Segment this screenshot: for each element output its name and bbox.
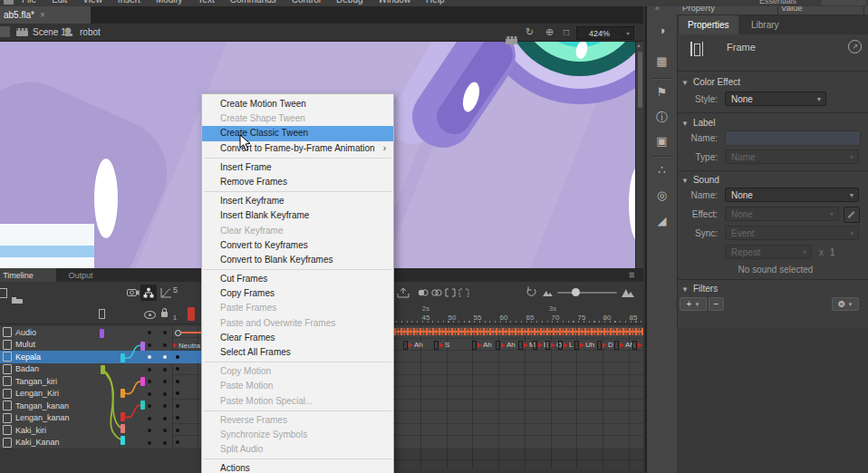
transform-panel-icon[interactable]: ▣ [647,134,677,148]
menu-file[interactable]: File [22,0,36,5]
menu-edit[interactable]: Edit [52,0,67,5]
close-icon[interactable]: × [40,10,45,20]
export-frames-icon[interactable] [397,287,410,298]
zoom-level-dropdown[interactable]: 424% ▾ [576,26,634,40]
frames-area[interactable]: Ah S Ah Ah M E O L Uh D Ah S [394,326,643,469]
menu-text[interactable]: Text [198,0,214,5]
breadcrumb-symbol[interactable]: robot [80,27,101,37]
menu-item-copy-motion: Copy Motion [202,364,393,379]
section-sound[interactable]: ▼Sound [681,175,719,185]
breadcrumb-scene[interactable]: Scene 1 [33,27,66,37]
edit-sound-envelope-button [844,207,860,223]
layer-row-audio[interactable]: Audio [0,326,172,340]
menu-item-insert-keyframe[interactable]: Insert Keyframe [202,194,393,208]
scroll-up-icon[interactable]: ▴ [637,42,641,49]
menu-commands[interactable]: Commands [230,0,276,5]
menu-control[interactable]: Control [292,0,321,5]
eye-icon[interactable] [144,311,156,319]
zoom-out-frames-icon[interactable] [543,289,553,296]
back-button[interactable] [0,26,10,37]
menu-item-convert-frame-by-frame[interactable]: Convert to Frame-by-Frame Animation› [202,141,393,156]
menu-item-convert-to-blank-keyframes[interactable]: Convert to Blank Keyframes [202,253,393,267]
style-dropdown[interactable]: None▼ [725,92,826,106]
color-panel-icon[interactable]: ◑ [647,24,677,37]
sound-name-dropdown[interactable]: None▼ [725,188,859,202]
camera-icon[interactable] [127,288,140,297]
chevron-down-icon: ▼ [694,302,699,307]
history-panel-icon[interactable]: ∴ [647,163,677,177]
menu-item-create-motion-tween[interactable]: Create Motion Tween [202,97,393,111]
document-tab[interactable]: ab5.fla* × [0,6,91,24]
center-stage-icon[interactable]: ⊕ [545,26,554,38]
tab-properties[interactable]: Properties [679,14,738,34]
modify-markers-icon[interactable] [458,288,469,297]
dock-separator [651,156,673,157]
layer-row-tangan-kanan[interactable]: Tangan_kanan [0,400,172,413]
frames-sliver[interactable]: Neutral [172,326,201,449]
zoom-in-frames-icon[interactable] [622,287,634,297]
onion-skin-outlines-icon[interactable] [431,288,442,297]
stage-outline-icon[interactable]: □ [564,27,569,37]
new-layer-icon[interactable] [0,288,7,298]
menu-item-insert-frame[interactable]: Insert Frame [202,160,393,175]
tab-output[interactable]: Output [58,268,103,282]
playhead[interactable] [188,307,195,321]
frame-size-slider-knob[interactable] [572,288,580,296]
add-filter-button[interactable]: + ▼ [680,297,707,311]
menu-item-clear-frames[interactable]: Clear Frames [202,331,393,345]
layer-row-badan[interactable]: Badan [0,363,172,377]
workspace-switcher[interactable]: Essentials [759,0,796,5]
section-label[interactable]: ▼Label [681,118,715,128]
layer-row-kaki-kiri[interactable]: Kaki_kiri [0,424,172,438]
motion-graph-icon[interactable]: ◢ [647,214,677,227]
menu-item-reverse-frames: Reverse Frames [202,413,393,428]
menu-item-actions[interactable]: Actions [202,461,393,473]
menu-item-copy-frames[interactable]: Copy Frames [202,286,393,301]
menu-item-convert-to-keyframes[interactable]: Convert to Keyframes [202,238,393,253]
label-name-input[interactable] [725,130,861,146]
menu-window[interactable]: Window [379,0,411,5]
tab-library[interactable]: Library [742,14,788,34]
lock-icon[interactable] [161,312,168,317]
timeline-panel-menu-icon[interactable]: ≡ [629,269,634,280]
onion-skin-icon[interactable] [418,288,429,297]
menu-view[interactable]: View [82,0,102,5]
clip-content-icon[interactable] [506,36,517,44]
menu-item-create-classic-tween[interactable]: Create Classic Tween [202,126,393,140]
rotation-tool-icon[interactable]: ↻ [526,26,534,38]
menu-debug[interactable]: Debug [336,0,362,5]
edit-multiple-frames-icon[interactable] [445,288,456,297]
align-panel-icon[interactable]: ⚑ [647,85,677,99]
outline-column-icon[interactable] [99,309,105,319]
layer-row-lengan-kanan[interactable]: Lengan_kanan [0,412,172,426]
filter-options-button[interactable]: ⚙ ▼ [832,297,859,311]
menu-modify[interactable]: Modify [156,0,182,5]
frame-size-slider[interactable] [557,292,617,294]
swatches-panel-icon[interactable]: ▦ [647,54,677,68]
menu-help[interactable]: Help [426,0,445,5]
menu-item-insert-blank-keyframe[interactable]: Insert Blank Keyframe [202,208,393,223]
cc-libraries-icon[interactable]: ◎ [647,188,677,202]
menu-item-select-all-frames[interactable]: Select All Frames [202,345,393,360]
tab-timeline[interactable]: Timeline [0,268,56,282]
info-panel-icon[interactable]: ⓘ [647,110,677,126]
remove-filter-button[interactable]: − [709,297,724,311]
layer-row-mulut[interactable]: Mulut [0,339,172,352]
stage-scrollbar[interactable]: ▴ [635,41,643,268]
loop-playback-icon[interactable] [526,286,537,298]
layer-row-kepala[interactable]: Kepala [0,351,172,364]
layer-row-lengan-kiri[interactable]: Lengan_Kiri [0,388,172,401]
audio-waveform-start [181,332,201,333]
menu-item-cut-frames[interactable]: Cut Frames [202,272,393,286]
section-filters[interactable]: ▼Filters [681,284,718,294]
layer-row-kaki-kanan[interactable]: Kaki_Kanan [0,437,172,450]
graph-editor-icon[interactable] [160,287,172,298]
menu-item-remove-frames[interactable]: Remove Frames [202,175,393,189]
section-color-effect[interactable]: ▼Color Effect [681,77,740,87]
scrollbar-thumb[interactable] [638,52,642,108]
search-input[interactable] [821,0,866,5]
menu-insert[interactable]: Insert [118,0,140,5]
layer-parenting-view-button[interactable] [140,285,157,301]
layer-row-tangan-kiri[interactable]: Tangan_kiri [0,375,172,389]
convert-help-icon[interactable]: ↗ [848,40,862,53]
